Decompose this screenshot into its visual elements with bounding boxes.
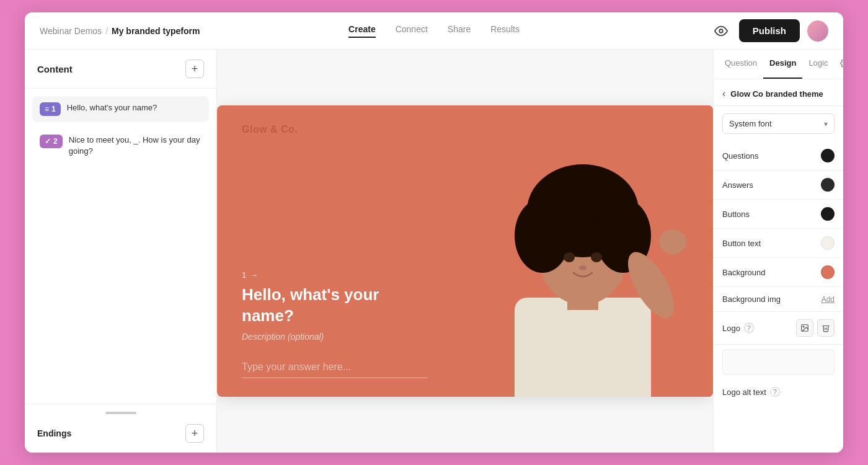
- bg-img-add-button[interactable]: Add: [822, 295, 835, 304]
- panel-footer: Endings +: [25, 404, 216, 453]
- tab-logic[interactable]: Logic: [802, 50, 834, 79]
- q-num-2: 2: [53, 137, 58, 146]
- form-content: 1 → Hello, what's your name? Description…: [242, 233, 428, 378]
- logo-row: Logo ?: [714, 312, 843, 345]
- form-left: Glow & Co. 1 → Hello, what's your name? …: [217, 105, 453, 397]
- tab-share[interactable]: Share: [448, 24, 471, 38]
- svg-point-0: [719, 29, 723, 33]
- person-photo: [453, 105, 713, 397]
- tab-design[interactable]: Design: [763, 50, 802, 79]
- right-tabs: Question Design Logic: [714, 50, 843, 79]
- design-row-questions: Questions: [714, 141, 843, 170]
- breadcrumb-sep: /: [105, 26, 108, 36]
- q-badge-1: ≡ 1: [40, 102, 61, 116]
- button-text-color-swatch[interactable]: [821, 236, 835, 250]
- form-logo: Glow & Co.: [242, 124, 428, 135]
- background-color-swatch[interactable]: [821, 265, 835, 279]
- q-num-1: 1: [51, 105, 56, 113]
- breadcrumb-parent[interactable]: Webinar Demos: [40, 26, 102, 36]
- question-desc-display: Description (optional): [242, 332, 428, 342]
- theme-name: Glow Co branded theme: [730, 89, 823, 99]
- background-label: Background: [722, 268, 765, 277]
- form-right: [453, 105, 713, 397]
- font-selector[interactable]: System font ▾: [722, 113, 835, 134]
- logo-help-icon[interactable]: ?: [744, 323, 754, 333]
- logo-preview: [722, 350, 835, 374]
- list-item[interactable]: ✓ 2 Nice to meet you, _. How is your day…: [32, 128, 209, 163]
- logo-alt-label: Logo alt text: [722, 388, 766, 397]
- logo-image-button[interactable]: [796, 319, 813, 337]
- buttons-label: Buttons: [722, 210, 750, 219]
- person-illustration: [453, 105, 713, 397]
- logo-alt-row: Logo alt text ?: [714, 379, 843, 404]
- outer-wrapper: Webinar Demos / My branded typeform Crea…: [0, 0, 868, 465]
- breadcrumb: Webinar Demos / My branded typeform: [40, 26, 303, 36]
- design-row-background: Background: [714, 258, 843, 287]
- tab-create[interactable]: Create: [348, 24, 376, 38]
- answers-color-swatch[interactable]: [821, 178, 835, 192]
- main-area: Content + ≡ 1 Hello, what's your name?: [25, 50, 843, 453]
- tab-connect[interactable]: Connect: [396, 24, 428, 38]
- nav-tabs: Create Connect Share Results: [303, 24, 565, 38]
- plus-icon-endings: +: [192, 427, 198, 440]
- q-text-2: Nice to meet you, _. How is your day goi…: [69, 135, 202, 157]
- svg-point-14: [579, 265, 587, 270]
- logo-trash-button[interactable]: [817, 319, 835, 337]
- logo-label: Logo: [722, 324, 740, 333]
- logo-alt-question-text: ?: [773, 388, 777, 396]
- topbar-actions: Publish: [565, 19, 828, 42]
- q-arrow-icon: →: [250, 270, 258, 280]
- svg-point-19: [803, 326, 804, 327]
- tab-results[interactable]: Results: [490, 24, 520, 38]
- design-row-bg-img: Background img Add: [714, 287, 843, 312]
- design-row-buttons: Buttons: [714, 200, 843, 229]
- eye-icon: [714, 24, 728, 38]
- content-title: Content: [37, 64, 73, 74]
- publish-button[interactable]: Publish: [739, 19, 800, 42]
- svg-point-13: [591, 252, 602, 262]
- add-endings-button[interactable]: +: [185, 424, 204, 443]
- buttons-color-swatch[interactable]: [821, 207, 835, 221]
- question-number-row: 1 →: [242, 270, 428, 280]
- tab-more[interactable]: [834, 50, 843, 79]
- tab-question[interactable]: Question: [719, 50, 763, 79]
- q-icon-2: ✓: [45, 137, 51, 146]
- add-content-button[interactable]: +: [185, 60, 204, 78]
- svg-rect-3: [515, 298, 651, 397]
- back-arrow-button[interactable]: ‹: [722, 88, 725, 99]
- questions-label: Questions: [722, 151, 759, 161]
- svg-point-12: [564, 252, 575, 262]
- q-badge-2: ✓ 2: [40, 135, 63, 148]
- panel-header: Content +: [25, 50, 216, 89]
- image-icon: [800, 324, 809, 332]
- form-preview: Glow & Co. 1 → Hello, what's your name? …: [217, 105, 713, 397]
- bg-img-label: Background img: [722, 294, 781, 304]
- breadcrumb-current: My branded typeform: [112, 26, 200, 36]
- answer-input[interactable]: [242, 356, 428, 378]
- right-panel: Question Design Logic ‹ Glow Co branded …: [713, 50, 843, 453]
- q-num-display: 1: [242, 270, 246, 280]
- design-row-button-text: Button text: [714, 229, 843, 258]
- center-preview: Glow & Co. 1 → Hello, what's your name? …: [217, 50, 713, 453]
- endings-header: Endings +: [37, 424, 204, 443]
- design-row-answers: Answers: [714, 170, 843, 200]
- logo-actions: [796, 319, 835, 337]
- question-title-display: Hello, what's your name?: [242, 285, 428, 327]
- theme-header: ‹ Glow Co branded theme: [714, 79, 843, 106]
- svg-point-16: [659, 229, 686, 254]
- button-text-label: Button text: [722, 239, 761, 248]
- trash-icon: [822, 324, 830, 332]
- logo-alt-help-icon[interactable]: ?: [770, 387, 780, 397]
- endings-title: Endings: [37, 428, 71, 438]
- app-window: Webinar Demos / My branded typeform Crea…: [25, 12, 843, 453]
- chevron-down-icon: ▾: [824, 120, 828, 128]
- questions-color-swatch[interactable]: [821, 149, 835, 162]
- scroll-indicator: [105, 412, 136, 414]
- svg-point-11: [549, 177, 617, 214]
- logo-left: Logo ?: [722, 323, 754, 333]
- list-item[interactable]: ≡ 1 Hello, what's your name?: [32, 96, 209, 122]
- font-label: System font: [729, 119, 772, 128]
- topbar: Webinar Demos / My branded typeform Crea…: [25, 12, 843, 50]
- avatar: [807, 20, 828, 42]
- preview-button[interactable]: [711, 20, 732, 42]
